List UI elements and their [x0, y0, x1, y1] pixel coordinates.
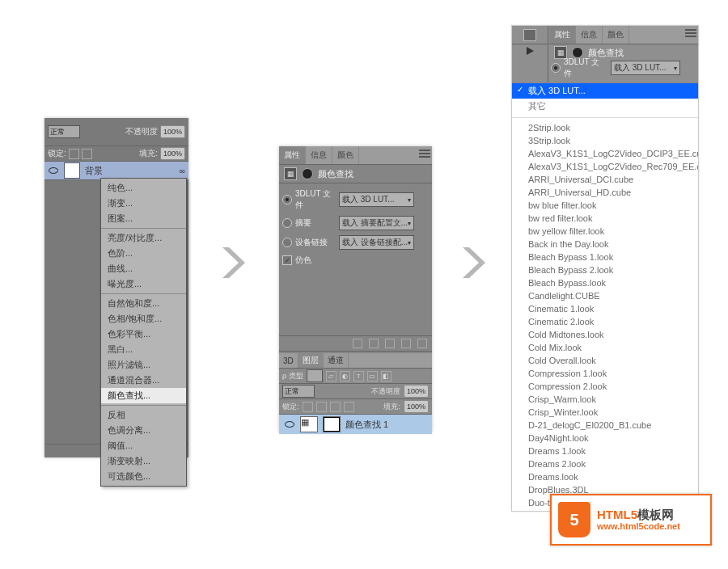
- adjustment-menu-item[interactable]: 纯色...: [101, 180, 186, 196]
- adjustment-menu-item[interactable]: 阈值...: [101, 438, 186, 453]
- lut-option[interactable]: bw red filter.look: [512, 212, 698, 225]
- dropdown-3dlut-open[interactable]: 载入 3D LUT...▾: [611, 61, 680, 75]
- radio-devicelink[interactable]: [282, 238, 292, 247]
- fill-value[interactable]: 100%: [160, 147, 185, 160]
- lut-option[interactable]: Dreams.look: [512, 470, 698, 483]
- adjustment-menu-item[interactable]: 色调分离...: [101, 423, 186, 438]
- lut-option[interactable]: Crisp_Winter.look: [512, 406, 698, 419]
- dropdown-devicelink[interactable]: 载入 设备链接配...▾: [339, 235, 414, 250]
- tab-info[interactable]: 信息: [306, 146, 332, 164]
- lut-option[interactable]: Back in the Day.look: [512, 238, 698, 251]
- lut-option[interactable]: Bleach Bypass 2.look: [512, 263, 698, 276]
- adjustment-menu-item[interactable]: 黑白...: [101, 342, 186, 357]
- tab-color[interactable]: 颜色: [332, 146, 359, 164]
- adjustment-menu-item[interactable]: 颜色查找...: [101, 388, 186, 403]
- history-icon[interactable]: [523, 29, 536, 41]
- filter-type-icon[interactable]: T: [353, 371, 364, 381]
- lock-pos-icon[interactable]: [330, 402, 341, 412]
- layer-row-colorlookup[interactable]: ▦ 颜色查找 1: [279, 415, 432, 434]
- lut-option[interactable]: D-21_delogC_EI0200_B1.cube: [512, 419, 698, 432]
- lock-pixels-icon[interactable]: [82, 149, 92, 159]
- adjustment-menu-item[interactable]: 渐变映射...: [101, 453, 186, 469]
- filter-adj-icon[interactable]: ◐: [340, 371, 350, 381]
- lock-px-icon[interactable]: [316, 402, 327, 412]
- tab-properties[interactable]: 属性: [549, 26, 576, 44]
- radio-abstract[interactable]: [282, 218, 292, 228]
- lut-option[interactable]: Cinematic 1.look: [512, 302, 698, 315]
- panel-menu-icon[interactable]: [685, 29, 696, 39]
- filter-shape-icon[interactable]: ▭: [367, 371, 378, 381]
- lut-dropdown-list[interactable]: 载入 3D LUT...其它2Strip.look3Strip.lookAlex…: [512, 82, 698, 511]
- adjustment-menu-item[interactable]: 曲线...: [101, 261, 186, 276]
- adjustment-menu-item[interactable]: 图案...: [101, 211, 186, 226]
- lut-option[interactable]: Compression 2.look: [512, 380, 698, 393]
- adjustment-menu-item[interactable]: 亮度/对比度...: [101, 230, 186, 246]
- lut-option[interactable]: ARRI_Universal_HD.cube: [512, 186, 698, 199]
- lut-option-selected[interactable]: 载入 3D LUT...: [512, 83, 698, 99]
- adjustment-menu-item[interactable]: 反相: [101, 407, 186, 423]
- lut-option[interactable]: 3Strip.look: [512, 134, 698, 147]
- adjustment-menu-item[interactable]: 可选颜色...: [101, 469, 186, 484]
- opacity-value[interactable]: 100%: [404, 385, 429, 398]
- play-icon[interactable]: [527, 47, 534, 55]
- filter-img-icon[interactable]: ▱: [326, 371, 336, 381]
- lut-option[interactable]: Cold Mix.look: [512, 341, 698, 354]
- lut-option[interactable]: Day4Night.look: [512, 432, 698, 445]
- lut-option[interactable]: Bleach Bypass 1.look: [512, 251, 698, 263]
- visibility-icon[interactable]: [284, 419, 295, 430]
- lut-option[interactable]: Dreams 1.look: [512, 445, 698, 457]
- lut-option[interactable]: Cold Midtones.look: [512, 328, 698, 341]
- lut-option[interactable]: Compression 1.look: [512, 367, 698, 380]
- panel-menu-icon[interactable]: [419, 150, 430, 159]
- dropdown-abstract[interactable]: 载入 摘要配置文...▾: [339, 216, 414, 230]
- blend-mode-select[interactable]: 正常: [282, 385, 315, 398]
- adjustment-menu-item[interactable]: 通道混合器...: [101, 373, 186, 388]
- tab-channels[interactable]: 通道: [324, 353, 349, 368]
- lut-option[interactable]: 2Strip.look: [512, 121, 698, 134]
- reset-icon[interactable]: [385, 339, 395, 348]
- adjustment-menu-item[interactable]: 自然饱和度...: [101, 296, 186, 311]
- tab-info[interactable]: 信息: [576, 26, 603, 44]
- radio-3dlut[interactable]: [551, 63, 561, 73]
- adjustment-menu-item[interactable]: 色相/饱和度...: [101, 311, 186, 327]
- dropdown-3dlut[interactable]: 载入 3D LUT...▾: [339, 192, 414, 207]
- fill-value[interactable]: 100%: [404, 400, 429, 413]
- tab-layers[interactable]: 图层: [298, 353, 324, 368]
- radio-3dlut[interactable]: [282, 195, 292, 204]
- lut-option[interactable]: Cinematic 2.look: [512, 315, 698, 328]
- lut-option[interactable]: bw yellow filter.look: [512, 225, 698, 238]
- tab-3d[interactable]: 3D: [279, 353, 298, 368]
- adjustment-menu-item[interactable]: 色阶...: [101, 246, 186, 261]
- adjustment-menu-item[interactable]: 色彩平衡...: [101, 327, 186, 342]
- eye-icon[interactable]: [401, 339, 411, 348]
- trash-icon[interactable]: [417, 339, 427, 348]
- lut-option[interactable]: AlexaV3_K1S1_LogC2Video_DCIP3_EE.cube: [512, 147, 698, 160]
- lut-option[interactable]: Cold Overall.look: [512, 354, 698, 367]
- lut-option[interactable]: Candlelight.CUBE: [512, 289, 698, 302]
- blend-mode-select[interactable]: 正常: [48, 125, 80, 138]
- lock-all-icon[interactable]: [344, 402, 354, 412]
- adjustment-menu-item[interactable]: 渐变...: [101, 196, 186, 211]
- lut-option[interactable]: ARRI_Universal_DCI.cube: [512, 173, 698, 186]
- lut-option-other[interactable]: 其它: [512, 99, 698, 114]
- lock-transparency-icon[interactable]: [69, 149, 79, 159]
- filter-smart-icon[interactable]: ◧: [381, 371, 392, 381]
- html5-shield-icon: 5: [558, 502, 590, 537]
- lut-option[interactable]: bw blue filter.look: [512, 199, 698, 212]
- adjustment-type-icon: ▦: [284, 167, 297, 180]
- adjustment-menu-item[interactable]: 照片滤镜...: [101, 357, 186, 373]
- clip-icon[interactable]: [353, 339, 362, 348]
- checkbox-dither[interactable]: [282, 255, 292, 265]
- kind-filter[interactable]: ρ 类型: [282, 371, 303, 381]
- lut-option[interactable]: Bleach Bypass.look: [512, 276, 698, 289]
- tab-properties[interactable]: 属性: [279, 146, 306, 164]
- lock-trans-icon[interactable]: [303, 402, 313, 412]
- lut-option[interactable]: AlexaV3_K1S1_LogC2Video_Rec709_EE.cube: [512, 160, 698, 173]
- visibility-icon[interactable]: [48, 165, 59, 176]
- lut-option[interactable]: Crisp_Warm.look: [512, 393, 698, 406]
- opacity-value[interactable]: 100%: [160, 125, 185, 138]
- lut-option[interactable]: Dreams 2.look: [512, 457, 698, 470]
- view-previous-icon[interactable]: [369, 339, 379, 348]
- tab-color[interactable]: 颜色: [603, 26, 629, 44]
- adjustment-menu-item[interactable]: 曝光度...: [101, 276, 186, 292]
